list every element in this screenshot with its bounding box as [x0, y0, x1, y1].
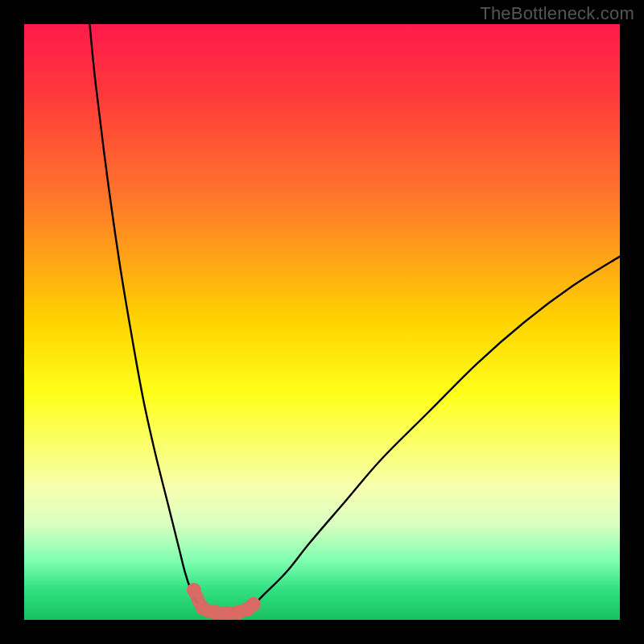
gradient-background: [24, 24, 620, 620]
chart-plot-area: [24, 24, 620, 620]
chart-svg: [24, 24, 620, 620]
valley-marker: [187, 583, 201, 597]
outer-frame: TheBottleneck.com: [0, 0, 644, 644]
watermark-text: TheBottleneck.com: [480, 3, 634, 24]
valley-marker: [246, 597, 261, 612]
